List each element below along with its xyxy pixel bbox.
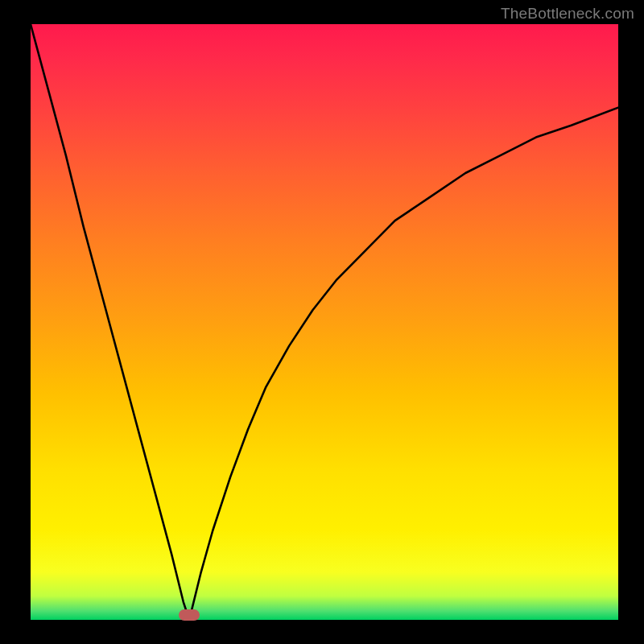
minimum-marker [179,609,200,621]
attribution-text: TheBottleneck.com [501,5,634,23]
chart-frame: TheBottleneck.com [0,0,644,644]
plot-area [31,24,618,620]
